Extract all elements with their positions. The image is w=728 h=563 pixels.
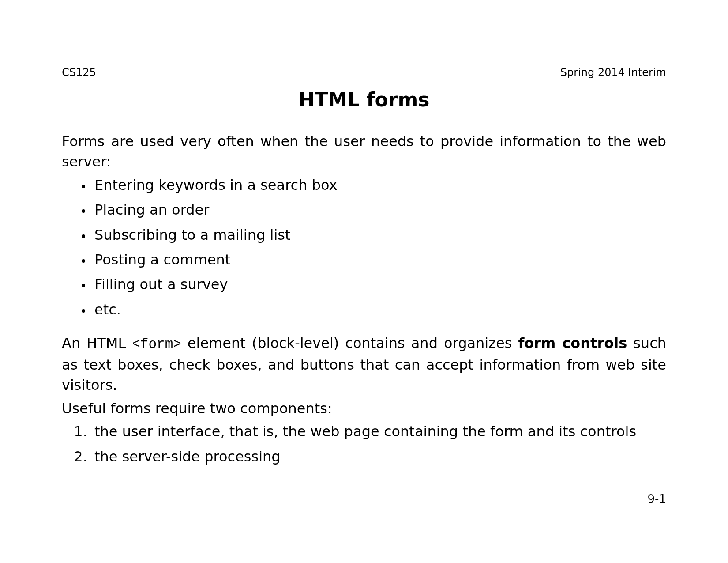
- list-item: Placing an order: [92, 200, 666, 220]
- text-fragment: An HTML: [62, 335, 132, 351]
- list-item: Posting a comment: [92, 249, 666, 270]
- page-title: HTML forms: [62, 88, 666, 111]
- term-label: Spring 2014 Interim: [560, 66, 666, 79]
- body-content: Forms are used very often when the user …: [62, 131, 666, 467]
- components-intro: Useful forms require two components:: [62, 398, 666, 419]
- intro-paragraph: Forms are used very often when the user …: [62, 131, 666, 172]
- slide-page: CS125 Spring 2014 Interim HTML forms For…: [0, 0, 728, 563]
- numbered-list: the user interface, that is, the web pag…: [62, 421, 666, 467]
- form-description-paragraph: An HTML <form> element (block-level) con…: [62, 333, 666, 396]
- list-item: etc.: [92, 299, 666, 320]
- text-fragment: element (block-level) contains and organ…: [181, 335, 518, 351]
- list-item: Filling out a survey: [92, 274, 666, 295]
- list-item: Entering keywords in a search box: [92, 175, 666, 195]
- code-form-tag: <form>: [132, 336, 181, 352]
- list-item: the server-side processing: [92, 446, 666, 467]
- bold-form-controls: form controls: [518, 335, 627, 351]
- list-item: Subscribing to a mailing list: [92, 225, 666, 245]
- bullet-list: Entering keywords in a search box Placin…: [62, 175, 666, 320]
- list-item: the user interface, that is, the web pag…: [92, 421, 666, 442]
- header-row: CS125 Spring 2014 Interim: [62, 66, 666, 79]
- course-code: CS125: [62, 66, 96, 79]
- page-number: 9-1: [648, 492, 666, 506]
